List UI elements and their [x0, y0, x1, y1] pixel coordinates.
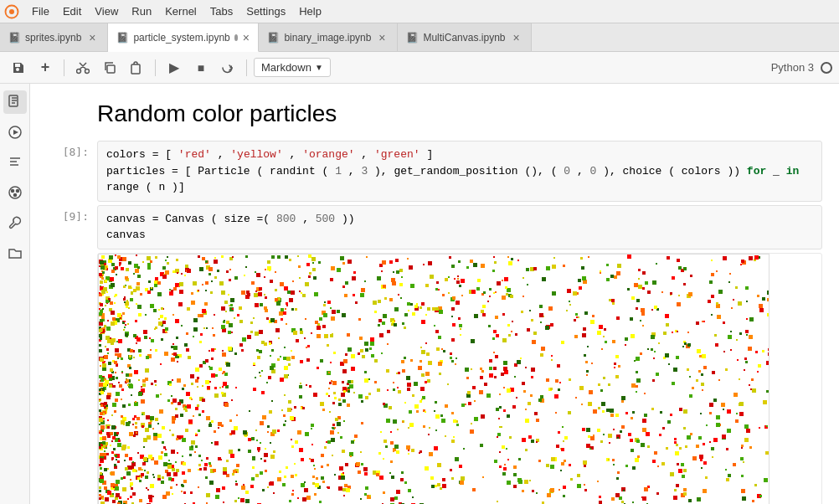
- sidebar-item-palette[interactable]: [3, 181, 27, 204]
- tab-particle[interactable]: 📓 particle_system.ipynb ×: [108, 23, 259, 52]
- toolbar: + ▶ ■ Markdown ▼ Python 3: [0, 52, 839, 84]
- notebook-title: Random color particles: [97, 100, 822, 127]
- tab-sprites-close[interactable]: ×: [85, 31, 99, 44]
- save-button[interactable]: [7, 56, 30, 80]
- tab-sprites-label: sprites.ipynb: [25, 32, 81, 44]
- paste-button[interactable]: [125, 56, 148, 80]
- tab-binary[interactable]: 📓 binary_image.ipynb ×: [259, 23, 398, 51]
- menu-file[interactable]: File: [25, 3, 56, 19]
- tab-binary-close[interactable]: ×: [375, 31, 389, 44]
- tab-multicanvas-icon: 📓: [406, 32, 419, 44]
- cell-9-line-2: canvas: [106, 227, 813, 244]
- sidebar-item-files[interactable]: [3, 90, 27, 114]
- cell-8-body[interactable]: colors = [ 'red' , 'yellow' , 'orange' ,…: [97, 141, 822, 202]
- sidebar-item-toc[interactable]: [3, 151, 27, 174]
- menu-view[interactable]: View: [88, 3, 125, 19]
- toolbar-right: Python 3: [771, 61, 832, 74]
- tab-multicanvas-close[interactable]: ×: [509, 31, 522, 44]
- svg-rect-2: [107, 65, 115, 73]
- sidebar-item-run[interactable]: [3, 121, 27, 144]
- menu-settings[interactable]: Settings: [239, 3, 292, 19]
- sidebar-item-wrench[interactable]: [3, 211, 27, 234]
- app-logo: [3, 3, 20, 20]
- menubar: File Edit View Run Kernel Tabs Settings …: [0, 0, 839, 23]
- tab-multicanvas-label: MultiCanvas.ipynb: [423, 32, 505, 44]
- cell-8-line-2: particles = [ Particle ( randint ( 1 , 3…: [106, 163, 813, 196]
- cell-9-number: [9]:: [47, 205, 97, 249]
- tab-particle-label: particle_system.ipynb: [133, 32, 229, 44]
- chevron-down-icon: ▼: [315, 63, 323, 72]
- tab-binary-icon: 📓: [267, 32, 280, 44]
- cell-9-body[interactable]: canvas = Canvas ( size =( 800 , 500 )) c…: [97, 205, 822, 249]
- svg-point-8: [11, 190, 13, 193]
- menu-help[interactable]: Help: [292, 3, 328, 19]
- menu-edit[interactable]: Edit: [56, 3, 88, 19]
- menu-run[interactable]: Run: [125, 3, 158, 19]
- add-cell-button[interactable]: +: [33, 56, 57, 80]
- canvas-output-cell: [47, 253, 822, 505]
- toolbar-sep-2: [155, 59, 156, 76]
- title-cell: Random color particles: [47, 84, 822, 141]
- canvas-output-body: [97, 253, 822, 505]
- svg-marker-6: [13, 130, 18, 135]
- stop-button[interactable]: ■: [189, 56, 213, 80]
- copy-button[interactable]: [98, 56, 121, 80]
- tab-sprites[interactable]: 📓 sprites.ipynb ×: [0, 23, 108, 51]
- svg-point-1: [9, 9, 14, 14]
- tab-particle-icon: 📓: [116, 32, 129, 44]
- toolbar-sep-3: [246, 59, 247, 76]
- cell-9: [9]: canvas = Canvas ( size =( 800 , 500…: [47, 205, 822, 249]
- tab-particle-close[interactable]: ×: [242, 31, 250, 44]
- particle-canvas: [98, 254, 770, 505]
- cell-8-number: [8]:: [47, 141, 97, 202]
- kernel-status-indicator: [821, 62, 832, 74]
- cell-type-dropdown[interactable]: Markdown ▼: [254, 58, 331, 77]
- tab-multicanvas[interactable]: 📓 MultiCanvas.ipynb ×: [398, 23, 532, 51]
- tab-particle-modified-dot: [234, 34, 239, 41]
- tab-binary-label: binary_image.ipynb: [284, 32, 371, 44]
- toolbar-sep-1: [64, 59, 64, 76]
- notebook: Random color particles [8]: colors = [ '…: [30, 84, 839, 504]
- tab-sprites-icon: 📓: [8, 32, 21, 44]
- cell-8-line-1: colors = [ 'red' , 'yellow' , 'orange' ,…: [106, 147, 813, 163]
- main-layout: Random color particles [8]: colors = [ '…: [0, 84, 839, 504]
- restart-button[interactable]: [216, 56, 239, 80]
- sidebar: [0, 84, 30, 504]
- notebook-content: Random color particles [8]: colors = [ '…: [30, 84, 839, 504]
- kernel-name-label: Python 3: [771, 61, 814, 74]
- cell-9-line-1: canvas = Canvas ( size =( 800 , 500 )): [106, 211, 813, 228]
- menu-tabs[interactable]: Tabs: [203, 3, 239, 19]
- menu-kernel[interactable]: Kernel: [158, 3, 203, 19]
- svg-point-10: [13, 194, 16, 197]
- sidebar-item-folder[interactable]: [3, 241, 27, 265]
- run-button[interactable]: ▶: [162, 56, 186, 80]
- cell-type-label: Markdown: [261, 61, 311, 74]
- canvas-output-number: [47, 253, 97, 505]
- svg-rect-3: [131, 64, 140, 74]
- svg-point-9: [16, 190, 18, 193]
- cut-button[interactable]: [71, 56, 95, 80]
- tab-bar: 📓 sprites.ipynb × 📓 particle_system.ipyn…: [0, 23, 839, 52]
- cell-8: [8]: colors = [ 'red' , 'yellow' , 'oran…: [47, 141, 822, 202]
